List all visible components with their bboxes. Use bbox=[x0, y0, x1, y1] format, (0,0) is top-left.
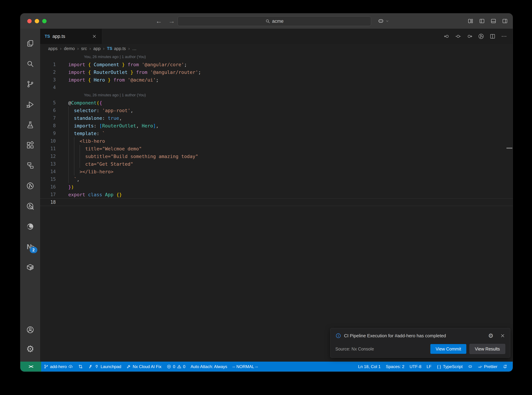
status-auto-attach[interactable]: Auto Attach: Always bbox=[188, 362, 230, 372]
activity-item-extensions[interactable] bbox=[20, 135, 40, 155]
status-eol[interactable]: LF bbox=[424, 362, 434, 372]
status-prettier[interactable]: Prettier bbox=[475, 362, 500, 372]
debug-icon bbox=[26, 100, 34, 109]
zoom-window-button[interactable] bbox=[42, 19, 47, 23]
copilot-menu[interactable] bbox=[377, 13, 389, 29]
status-cursor-position[interactable]: Ln 18, Col 1 bbox=[355, 362, 383, 372]
code-line-4: 4 bbox=[40, 84, 513, 91]
status-git-branch[interactable]: add-hero bbox=[41, 362, 75, 372]
title-bar: ← → acme bbox=[20, 13, 513, 29]
status-language-mode[interactable]: { }TypeScript bbox=[434, 362, 465, 372]
notification-toast: CI Pipeline Execution for #add-hero has … bbox=[330, 328, 510, 358]
activity-item-testing[interactable] bbox=[20, 115, 40, 135]
status-text: Prettier bbox=[484, 364, 497, 369]
code-line-1: 1import { Component } from '@angular/cor… bbox=[40, 61, 513, 68]
cloud-upload-icon bbox=[68, 364, 73, 369]
notification-close-icon[interactable] bbox=[500, 333, 505, 338]
toggle-primary-sidebar-button[interactable] bbox=[479, 18, 485, 24]
forward-button[interactable]: → bbox=[168, 13, 175, 29]
breadcrumb-item[interactable]: apps bbox=[48, 46, 58, 51]
tab-bar: TS app.ts bbox=[40, 29, 513, 44]
activity-item-accounts[interactable] bbox=[20, 320, 40, 339]
code-line-18: 18 bbox=[40, 198, 513, 206]
code-line-5: 5@Component({ bbox=[40, 99, 513, 107]
toggle-secondary-sidebar-button[interactable] bbox=[502, 18, 508, 24]
search-value: acme bbox=[272, 19, 284, 24]
customize-layout-button[interactable] bbox=[468, 18, 473, 24]
notification-title: CI Pipeline Execution for #add-hero has … bbox=[344, 333, 485, 339]
split-editor-button[interactable] bbox=[489, 33, 496, 39]
activity-item-explorer[interactable] bbox=[20, 33, 40, 54]
chevron-down-icon bbox=[385, 19, 389, 23]
extensions-icon bbox=[26, 141, 34, 149]
status-vim-mode[interactable]: -- NORMAL -- bbox=[230, 362, 261, 372]
code-line-15: 15 `, bbox=[40, 176, 513, 183]
activity-item-nx-project-graph[interactable] bbox=[20, 176, 40, 196]
line-number: 11 bbox=[40, 146, 56, 151]
code-text: import { Hero } from '@acme/ui'; bbox=[68, 77, 159, 82]
notification-settings-icon[interactable]: ⚙ bbox=[488, 333, 494, 339]
nx-graph-button[interactable] bbox=[478, 33, 484, 39]
command-center-search[interactable]: acme bbox=[177, 16, 371, 26]
code-text: import { Component } from '@angular/core… bbox=[68, 62, 187, 67]
status-text: add-hero bbox=[50, 364, 67, 369]
breadcrumb-item[interactable]: src bbox=[81, 46, 87, 51]
activity-item-containers[interactable] bbox=[20, 257, 40, 277]
more-actions-button[interactable] bbox=[501, 33, 507, 39]
breadcrumb-item[interactable]: app bbox=[93, 46, 101, 51]
chevron-right-icon: › bbox=[128, 46, 130, 51]
git-branch-icon bbox=[44, 364, 48, 369]
activity-item-settings[interactable]: ⚙ bbox=[20, 339, 40, 358]
code-line-10: 10 <lib-hero bbox=[40, 137, 513, 145]
status-text: -- NORMAL -- bbox=[232, 364, 258, 369]
tab-app-ts[interactable]: TS app.ts bbox=[40, 29, 102, 44]
activity-bar-bottom: ⚙ bbox=[20, 320, 40, 362]
close-tab-icon[interactable] bbox=[92, 34, 97, 39]
status-indentation[interactable]: Spaces: 2 bbox=[383, 362, 407, 372]
line-number: 1 bbox=[40, 62, 56, 67]
view-commit-button[interactable]: View Commit bbox=[430, 344, 466, 354]
activity-item-run-debug[interactable] bbox=[20, 94, 40, 115]
next-change-button[interactable] bbox=[467, 33, 473, 39]
minimize-window-button[interactable] bbox=[35, 19, 39, 23]
toggle-panel-button[interactable] bbox=[490, 18, 496, 24]
breadcrumb-item[interactable]: demo bbox=[64, 46, 75, 51]
code-text: }) bbox=[68, 184, 74, 190]
close-window-button[interactable] bbox=[27, 19, 32, 23]
status-remote-indicator[interactable]: >< bbox=[20, 362, 41, 372]
blame-text: You, 26 minutes ago | 1 author (You) bbox=[84, 55, 146, 59]
status-problems[interactable]: 00 bbox=[164, 362, 188, 372]
activity-item-nx-graph-search[interactable] bbox=[20, 196, 40, 216]
code-editor[interactable]: You, 26 minutes ago | 1 author (You)1imp… bbox=[40, 53, 513, 362]
activity-bar: N>2 ⚙ bbox=[20, 29, 40, 362]
back-button[interactable]: ← bbox=[156, 13, 162, 29]
breadcrumb-more[interactable]: … bbox=[132, 46, 137, 51]
activity-bar-top: N>2 bbox=[20, 29, 40, 277]
account-icon bbox=[26, 326, 34, 334]
activity-item-edge-tools[interactable] bbox=[20, 216, 40, 237]
code-text: standalone: true, bbox=[68, 115, 122, 121]
line-number: 10 bbox=[40, 138, 56, 144]
status-launchpad[interactable]: Launchpad bbox=[86, 362, 124, 372]
status-git-compare[interactable] bbox=[75, 362, 86, 372]
activity-item-nx-cloud[interactable]: N>2 bbox=[20, 237, 40, 257]
status-notifications[interactable] bbox=[500, 362, 510, 372]
chevron-right-icon: › bbox=[103, 46, 105, 51]
view-results-button[interactable]: View Results bbox=[469, 344, 505, 354]
status-text: Ln 18, Col 1 bbox=[358, 364, 381, 369]
boxes-link-icon bbox=[26, 161, 34, 170]
copilot-icon bbox=[377, 18, 384, 24]
status-encoding[interactable]: UTF-8 bbox=[407, 362, 424, 372]
open-change-button[interactable] bbox=[455, 33, 461, 39]
code-line-7: 7 standalone: true, bbox=[40, 114, 513, 122]
error-circle-icon bbox=[167, 364, 171, 369]
activity-item-search[interactable] bbox=[20, 54, 40, 74]
status-copilot-status[interactable] bbox=[465, 362, 475, 372]
previous-change-button[interactable] bbox=[444, 33, 450, 39]
breadcrumb-file[interactable]: TSapp.ts bbox=[107, 46, 126, 51]
activity-item-source-control[interactable] bbox=[20, 74, 40, 94]
code-text: selector: 'app-root', bbox=[68, 108, 133, 113]
code-text: ></lib-hero> bbox=[68, 169, 113, 174]
status-nx-cloud-ai-fix[interactable]: Nx Cloud AI Fix bbox=[124, 362, 164, 372]
activity-item-nx-console[interactable] bbox=[20, 155, 40, 176]
